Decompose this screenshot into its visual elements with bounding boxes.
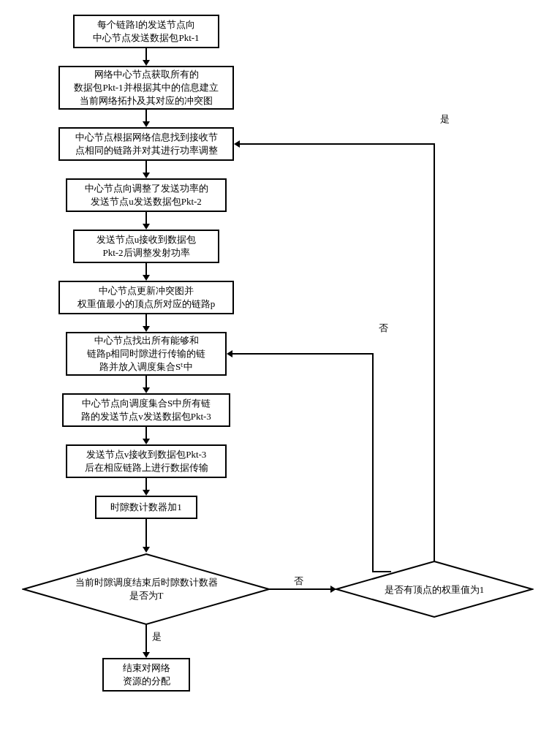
step-6: 中心节点更新冲突图并权重值最小的顶点所对应的链路p [58,281,234,314]
label-d2-no: 否 [377,322,390,335]
step-7: 中心节点找出所有能够和链路p相同时隙进行传输的链路并放入调度集合Sᵗ中 [66,332,227,376]
step-7-text: 中心节点找出所有能够和链路p相同时隙进行传输的链路并放入调度集合Sᵗ中 [73,334,219,374]
conn-4-5-arrow [143,224,150,230]
conn-d1-n11 [145,624,147,654]
label-d1-no: 否 [292,575,305,588]
flowchart: 每个链路l的发送节点向中心节点发送数据包Pkt-1 网络中心节点获取所有的数据包… [15,15,545,716]
conn-d2-no-h [232,353,374,355]
conn-10-d1 [145,519,147,548]
step-9-text: 发送节点v接收到数据包Pkt-3后在相应链路上进行数据传输 [73,448,219,474]
step-3: 中心节点根据网络信息找到接收节点相同的链路并对其进行功率调整 [58,127,234,161]
step-1: 每个链路l的发送节点向中心节点发送数据包Pkt-1 [73,15,219,48]
conn-8-9-arrow [143,439,150,444]
conn-2-3-arrow [143,121,150,127]
step-8-text: 中心节点向调度集合S中所有链路的发送节点v发送数据包Pkt-3 [69,397,223,423]
conn-d2-no-arrow [227,350,232,357]
conn-d2-yes-h [240,143,435,145]
step-11-text: 结束对网络资源的分配 [110,662,183,688]
step-5-text: 发送节点u接收到数据包Pkt-2后调整发射功率 [80,233,212,260]
step-4-text: 中心节点向调整了发送功率的发送节点u发送数据包Pkt-2 [73,182,219,208]
step-10: 时隙数计数器加1 [95,496,197,519]
conn-1-2-arrow [143,60,150,66]
step-11: 结束对网络资源的分配 [102,658,190,692]
conn-6-7-arrow [143,326,150,332]
conn-d2-yes-arrow [234,140,240,148]
conn-7-8-arrow [143,387,150,393]
step-5: 发送节点u接收到数据包Pkt-2后调整发射功率 [73,230,219,263]
conn-9-10-arrow [143,490,150,496]
conn-d2-no-hbot [372,571,391,572]
conn-3-4-arrow [143,173,150,178]
step-1-text: 每个链路l的发送节点向中心节点发送数据包Pkt-1 [80,18,212,45]
step-8: 中心节点向调度集合S中所有链路的发送节点v发送数据包Pkt-3 [62,393,230,427]
decision-1-text: 当前时隙调度结束后时隙数计数器是否为T [55,576,238,602]
conn-d2-no-v [372,353,374,572]
step-3-text: 中心节点根据网络信息找到接收节点相同的链路并对其进行功率调整 [66,131,227,157]
label-d1-yes: 是 [151,630,163,643]
step-6-text: 中心节点更新冲突图并权重值最小的顶点所对应的链路p [66,284,227,311]
step-10-text: 时隙数计数器加1 [102,501,190,514]
conn-10-d1-arrow [143,547,150,553]
conn-d1-n11-arrow [143,652,150,658]
conn-d2-yes-v [434,144,435,561]
step-9: 发送节点v接收到数据包Pkt-3后在相应链路上进行数据传输 [66,444,227,478]
step-4: 中心节点向调整了发送功率的发送节点u发送数据包Pkt-2 [66,178,227,212]
step-2-text: 网络中心节点获取所有的数据包Pkt-1并根据其中的信息建立当前网络拓扑及其对应的… [66,68,227,108]
step-2: 网络中心节点获取所有的数据包Pkt-1并根据其中的信息建立当前网络拓扑及其对应的… [58,66,234,110]
label-d2-yes: 是 [439,113,451,126]
conn-5-6-arrow [143,275,150,281]
decision-2-text: 是否有顶点的权重值为1 [368,583,500,596]
conn-d1-d2 [269,588,332,590]
